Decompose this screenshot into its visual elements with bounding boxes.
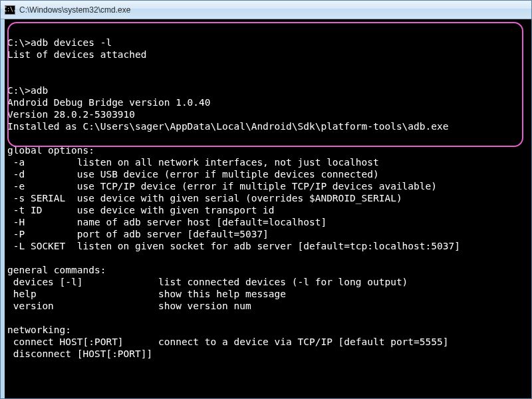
terminal-line	[7, 61, 531, 72]
terminal-line	[7, 252, 531, 264]
terminal-line	[7, 72, 531, 84]
titlebar[interactable]: C:\. C:\Windows\system32\cmd.exe	[1, 1, 531, 19]
terminal-line: -d use USB device (error if multiple dev…	[7, 168, 531, 180]
terminal-line: version show version num	[7, 300, 531, 312]
terminal-line: help show this help message	[7, 288, 531, 300]
cmd-window: C:\. C:\Windows\system32\cmd.exe C:\>adb…	[0, 0, 532, 399]
terminal-line: C:\>adb devices -l	[7, 37, 531, 49]
terminal-line: connect HOST[:PORT] connect to a device …	[7, 336, 531, 348]
terminal-line: Android Debug Bridge version 1.0.40	[7, 96, 531, 108]
terminal-line: Installed as C:\Users\sager\AppData\Loca…	[7, 120, 531, 132]
terminal-line	[7, 25, 531, 37]
terminal-line: -P port of adb server [default=5037]	[7, 228, 531, 240]
terminal-output[interactable]: C:\>adb devices -lList of devices attach…	[5, 19, 531, 398]
terminal-line: -t ID use device with given transport id	[7, 204, 531, 216]
terminal-line: -L SOCKET listen on given socket for adb…	[7, 240, 531, 252]
cmd-icon: C:\.	[5, 5, 15, 15]
terminal-line: networking:	[7, 324, 531, 336]
terminal-line: general commands:	[7, 264, 531, 276]
terminal-line: devices [-l] list connected devices (-l …	[7, 276, 531, 288]
terminal-line	[7, 132, 531, 144]
terminal-line: disconnect [HOST[:PORT]]	[7, 348, 531, 360]
terminal-line: global options:	[7, 144, 531, 156]
terminal-line: Version 28.0.2-5303910	[7, 108, 531, 120]
terminal-line: -a listen on all network interfaces, not…	[7, 156, 531, 168]
window-title: C:\Windows\system32\cmd.exe	[19, 5, 130, 15]
terminal-line: -H name of adb server host [default=loca…	[7, 216, 531, 228]
terminal-line: C:\>adb	[7, 84, 531, 96]
terminal-line: List of devices attached	[7, 49, 531, 61]
terminal-line: -e use TCP/IP device (error if multiple …	[7, 180, 531, 192]
terminal-line	[7, 312, 531, 324]
terminal-line: -s SERIAL use device with given serial (…	[7, 192, 531, 204]
